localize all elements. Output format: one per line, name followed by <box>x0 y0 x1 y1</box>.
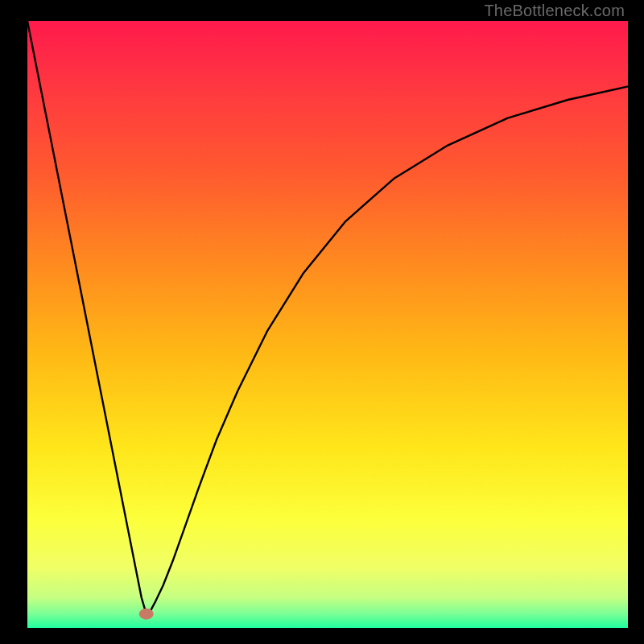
min-marker <box>139 609 154 620</box>
outer-frame: TheBottleneck.com <box>0 0 644 644</box>
watermark-text: TheBottleneck.com <box>484 2 625 20</box>
bottleneck-chart <box>0 0 644 644</box>
plot-background <box>27 21 628 628</box>
